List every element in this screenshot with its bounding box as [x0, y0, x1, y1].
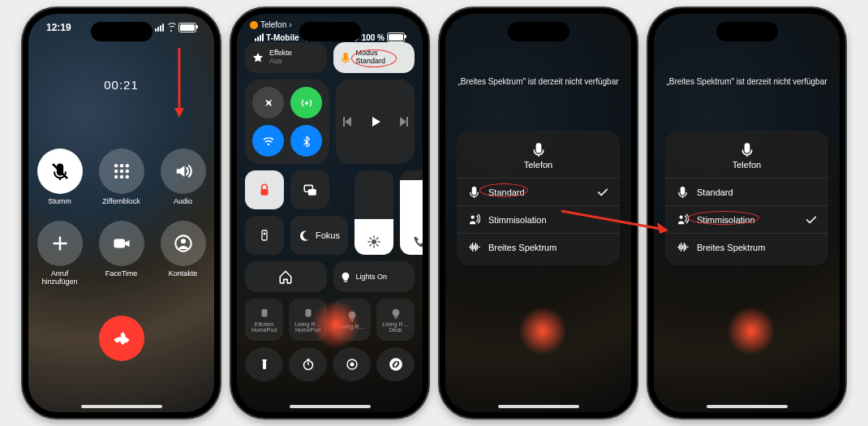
device-tile[interactable]: Living R… HomePod	[289, 299, 327, 341]
signal-icon	[155, 24, 164, 32]
rotation-lock-tile[interactable]	[245, 170, 284, 209]
focus-tile[interactable]: Fokus	[290, 216, 348, 255]
wifi-icon	[166, 24, 176, 32]
mic-mode-panel: Telefon Standard Stimmisolation Breites …	[457, 131, 620, 265]
option-standard[interactable]: Standard	[457, 178, 620, 205]
home-tile[interactable]	[245, 261, 327, 292]
connectivity-tile[interactable]	[245, 80, 329, 164]
volume-slider[interactable]	[400, 170, 423, 255]
check-icon	[597, 187, 608, 198]
mic-icon	[740, 142, 754, 157]
flashlight-button[interactable]	[245, 347, 283, 381]
bluetooth-toggle[interactable]	[290, 125, 322, 157]
remote-tile[interactable]	[245, 216, 284, 255]
timer-button[interactable]	[289, 347, 327, 381]
brightness-slider[interactable]	[355, 170, 393, 255]
mute-button[interactable]: Stumm	[37, 148, 83, 206]
device-tile[interactable]: Living R…	[333, 299, 371, 341]
facetime-button[interactable]: FaceTime	[99, 221, 144, 286]
screen-mirror-tile[interactable]	[290, 170, 329, 209]
keypad-button[interactable]: Ziffernblock	[99, 148, 144, 206]
add-call-button[interactable]: Anruf hinzufügen	[37, 221, 83, 286]
hangup-button[interactable]	[99, 316, 144, 361]
check-icon	[806, 214, 817, 226]
option-standard[interactable]: Standard	[665, 178, 828, 205]
wifi-toggle[interactable]	[252, 125, 284, 157]
contacts-button[interactable]: Kontakte	[161, 221, 206, 286]
airplane-toggle[interactable]	[252, 87, 284, 118]
panel-title: Telefon	[733, 160, 761, 170]
notice-text: „Breites Spektrum" ist derzeit nicht ver…	[654, 77, 840, 86]
annotation-arrow-step	[558, 204, 670, 237]
svg-line-30	[561, 211, 660, 229]
mic-mode-panel: Telefon Standard Stimmisolation Breites …	[665, 131, 828, 265]
phone-frame-call: 12:19 00:21 Stumm Ziffernblock Audio	[23, 8, 220, 418]
shazam-button[interactable]	[376, 347, 415, 381]
notice-text: „Breites Spektrum" ist derzeit nicht ver…	[445, 77, 631, 86]
option-wide-spectrum[interactable]: Breites Spektrum	[665, 233, 828, 260]
annotation-arrow-swipe-down	[172, 46, 187, 119]
panel-title: Telefon	[524, 160, 552, 170]
option-voice-isolation[interactable]: Stimmisolation	[665, 205, 828, 233]
mic-mode-tile[interactable]: ModusStandard	[333, 42, 415, 73]
phone-frame-mic-mode-isolation: „Breites Spektrum" ist derzeit nicht ver…	[648, 8, 845, 418]
option-wide-spectrum[interactable]: Breites Spektrum	[457, 233, 620, 260]
mic-icon	[531, 142, 546, 157]
clock: 12:19	[46, 22, 71, 33]
device-tile[interactable]: Kitchen HomePod	[245, 299, 283, 341]
phone-frame-control-center: Telefon › T-Mobile ⏱ 100 % EffekteAus	[231, 8, 428, 418]
lights-tile[interactable]: Lights On	[333, 261, 415, 292]
audio-button[interactable]: Audio	[161, 148, 206, 206]
chevron-right-icon: ›	[289, 20, 291, 29]
battery-icon	[178, 23, 196, 32]
screen-record-button[interactable]	[333, 347, 371, 381]
cellular-toggle[interactable]	[290, 87, 322, 118]
media-tile[interactable]	[336, 80, 415, 164]
effects-tile[interactable]: EffekteAus	[245, 42, 327, 73]
device-tile[interactable]: Living R… Desk	[376, 299, 415, 341]
app-icon	[250, 21, 258, 29]
